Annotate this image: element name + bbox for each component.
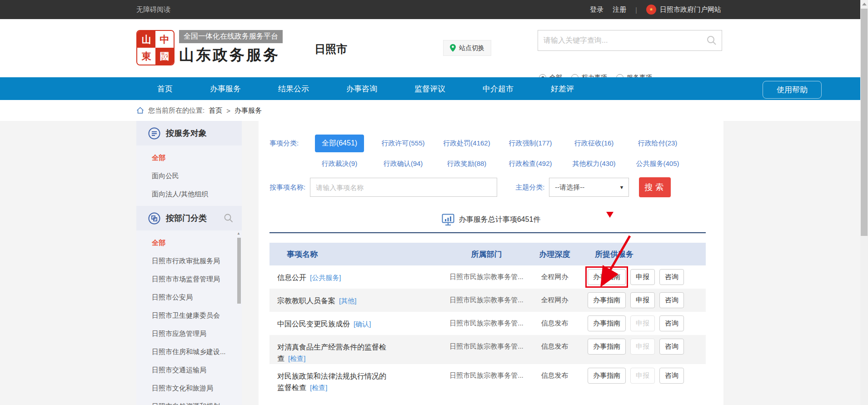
table-row: 对民族政策和法律法规执行情况的监督检查[检查]日照市民族宗教事务管...信息发布… [269,364,706,393]
sidebar-item[interactable]: 面向公民 [136,167,242,185]
total-count-text: 办事服务总计事项6451件 [459,215,541,225]
sidebar-scrollbar-up-icon[interactable]: ▲ [237,231,240,235]
sidebar-scrollbar-thumb[interactable] [237,238,241,304]
site-logo: 山中東國 全国一体化在线政务服务平台 山东政务服务 [136,30,283,65]
category-option[interactable]: 行政许可(555) [371,139,435,148]
sidebar-item[interactable]: 日照市市场监督管理局 [136,270,242,288]
item-tag-link[interactable]: [其他] [339,297,356,305]
category-option[interactable]: 行政确认(94) [371,160,435,168]
item-name-cell: 中国公民变更民族成份[确认] [269,312,449,330]
accessibility-link[interactable]: 无障碍阅读 [136,5,170,14]
portal-link[interactable]: ★ 日照市政府门户网站 [646,5,721,15]
search-button[interactable]: 搜索 [639,177,671,197]
item-tag-link[interactable]: [检查] [310,384,327,391]
item-tag-link[interactable]: [公共服务] [310,274,341,281]
category-option[interactable]: 行政给付(23) [626,139,689,148]
category-filter-label: 事项分类: [269,139,308,148]
keyword-search-input[interactable] [538,36,706,45]
item-name-input[interactable] [310,178,497,197]
topic-select[interactable]: --请选择-- ▼ [549,178,629,197]
category-option[interactable]: 行政奖励(88) [435,160,499,168]
consult-button[interactable]: 咨询 [659,315,684,331]
item-name-cell: 信息公开[公共服务] [269,265,449,283]
seal-char: 東 [137,48,155,65]
sidebar-item[interactable]: 日照市文化和旅游局 [136,379,242,397]
nav-item[interactable]: 办事咨询 [328,77,396,100]
category-option[interactable]: 行政检查(492) [499,160,562,168]
sidebar-item[interactable]: 日照市交通运输局 [136,361,242,379]
nav-item[interactable]: 好差评 [532,77,593,100]
total-count-row: 办事服务总计事项6451件 [259,214,723,226]
apply-button[interactable]: 申报 [630,292,655,308]
scrollbar-thumb[interactable] [861,9,868,236]
guide-button[interactable]: 办事指南 [588,339,626,355]
category-option[interactable]: 行政裁决(9) [308,160,371,168]
help-button[interactable]: 使用帮助 [763,81,822,99]
guide-button[interactable]: 办事指南 [588,315,626,331]
item-department: 日照市民族宗教事务管... [449,335,524,351]
item-services: 办事指南申报咨询 [585,312,706,331]
nav-item[interactable]: 结果公示 [259,77,328,100]
login-link[interactable]: 登录 [590,5,604,14]
guide-button[interactable]: 办事指南 [588,368,626,384]
guide-button[interactable]: 办事指南 [588,269,626,285]
nav-item[interactable]: 首页 [139,77,191,100]
item-depth: 信息发布 [524,364,585,380]
item-name-link[interactable]: 信息公开 [277,274,306,281]
item-depth: 信息发布 [524,312,585,328]
category-option[interactable]: 公共服务(405) [626,160,689,168]
item-name-link[interactable]: 中国公民变更民族成份 [277,320,350,328]
sidebar-item[interactable]: 全部 [136,234,242,252]
sidebar-item[interactable]: 全部 [136,149,242,167]
sidebar-item[interactable]: 日照市应急管理局 [136,325,242,343]
table-row: 信息公开[公共服务]日照市民族宗教事务管...全程网办办事指南申报咨询 [269,265,706,289]
sidebar-item[interactable]: 日照市公安局 [136,288,242,306]
sidebar: ▲ 按服务对象全部面向公民面向法人/其他组织按部门分类全部日照市行政审批服务局日… [136,121,242,405]
item-search-row: 按事项名称: 主题分类: --请选择-- ▼ 搜索 [269,177,723,197]
item-name-link[interactable]: 对民族政策和法律法规执行情况的监督检查 [277,372,386,391]
item-name-link[interactable]: 宗教教职人员备案 [277,297,335,305]
table-row: 中国公民变更民族成份[确认]日照市民族宗教事务管...信息发布办事指南申报咨询 [269,312,706,335]
seal-char: 山 [137,31,155,48]
item-department: 日照市民族宗教事务管... [449,265,524,281]
logo-seal-icon: 山中東國 [136,30,175,65]
consult-button[interactable]: 咨询 [659,368,684,384]
item-depth: 全程网办 [524,289,585,305]
sidebar-item[interactable]: 日照市住房和城乡建设... [136,343,242,361]
category-option[interactable]: 行政处罚(4162) [435,139,499,148]
breadcrumb-home-link[interactable]: 首页 [209,106,222,115]
register-link[interactable]: 注册 [613,5,626,14]
item-depth: 全程网办 [524,265,585,281]
site-switch-button[interactable]: 站点切换 [443,40,491,56]
search-icon[interactable] [224,213,234,223]
item-name-wrap: 信息公开[公共服务] [277,272,386,283]
breadcrumb-separator: > [226,107,230,115]
category-option[interactable]: 行政强制(177) [499,139,562,148]
page-scrollbar[interactable] [860,0,868,405]
category-option[interactable]: 其他权力(430) [562,160,626,168]
nav-item[interactable]: 监督评议 [396,77,464,100]
breadcrumb: 您当前所在的位置: 首页 > 办事服务 [0,100,860,121]
sidebar-item[interactable]: 日照市自然资源和规划... [136,397,242,405]
topic-select-value: --请选择-- [555,183,584,192]
category-option[interactable]: 行政征收(16) [562,139,626,148]
consult-button[interactable]: 咨询 [659,339,684,355]
sidebar-item[interactable]: 面向法人/其他组织 [136,185,242,203]
scrollbar-up-icon[interactable] [862,3,867,5]
category-selected[interactable]: 全部(6451) [315,135,364,152]
main-nav: 首页办事服务结果公示办事咨询监督评议中介超市好差评 使用帮助 [0,77,860,100]
nav-item[interactable]: 办事服务 [191,77,259,100]
sidebar-item[interactable]: 日照市卫生健康委员会 [136,306,242,325]
item-tag-link[interactable]: [确认] [354,320,371,328]
sidebar-item[interactable]: 日照市行政审批服务局 [136,252,242,270]
nav-item[interactable]: 中介超市 [464,77,532,100]
item-tag-link[interactable]: [检查] [288,355,305,362]
search-icon[interactable] [706,35,717,46]
apply-button[interactable]: 申报 [630,269,655,285]
nav-items: 首页办事服务结果公示办事咨询监督评议中介超市好差评 [139,77,593,100]
consult-button[interactable]: 咨询 [659,269,684,285]
guide-button[interactable]: 办事指南 [588,292,626,308]
sidebar-section-title: 按服务对象 [166,128,207,139]
table-row: 宗教教职人员备案[其他]日照市民族宗教事务管...全程网办办事指南申报咨询 [269,289,706,312]
consult-button[interactable]: 咨询 [659,292,684,308]
